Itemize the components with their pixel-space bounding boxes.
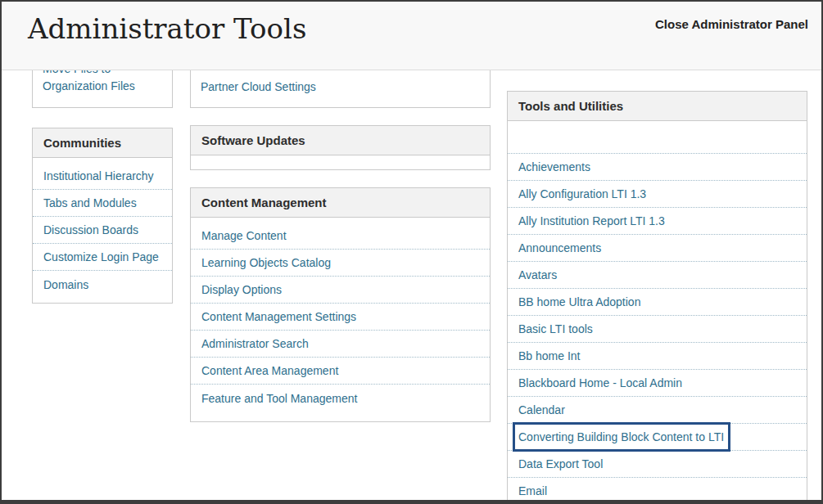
list-item: Ally Institution Report LTI 1.3 (508, 208, 807, 235)
tool-link[interactable]: Calendar (518, 403, 565, 416)
content-management-panel: Content Management Manage ContentLearnin… (190, 187, 491, 422)
tool-link[interactable]: Bb home Int (518, 349, 581, 362)
list-item: Email (508, 478, 807, 504)
content-management-list: Manage ContentLearning Objects CatalogDi… (191, 218, 490, 421)
tools-and-utilities-panel-title: Tools and Utilities (508, 92, 807, 121)
tool-link[interactable]: Converting Building Block Content to LTI (518, 430, 724, 443)
tool-link[interactable]: Announcements (518, 241, 601, 254)
communities-panel-title: Communities (33, 128, 172, 158)
tool-link[interactable]: Domains (43, 278, 88, 291)
tool-link[interactable]: Administrator Search (201, 337, 309, 350)
list-item: Avatars (508, 262, 807, 289)
tool-link[interactable]: Blackboard Home - Local Admin (518, 376, 682, 389)
tool-link[interactable]: Manage Content (201, 229, 287, 242)
close-administrator-panel-button[interactable]: Close Administrator Panel (655, 17, 808, 31)
column-middle: Partner Cloud Settings Software Updates … (190, 70, 491, 422)
list-item: BB home Ultra Adoption (508, 289, 807, 316)
tool-link[interactable]: Customize Login Page (43, 250, 159, 263)
tool-link[interactable]: Data Export Tool (518, 457, 603, 470)
tool-link[interactable]: Avatars (518, 268, 557, 281)
list-item: Achievements (508, 154, 807, 181)
list-item: Manage Content (191, 223, 490, 250)
panel-top-bar: Administrator Tools Close Administrator … (2, 2, 821, 70)
list-item: Institutional Hierarchy (33, 163, 172, 190)
list-item: Discussion Boards (33, 217, 172, 244)
software-updates-empty-body (191, 155, 490, 169)
tool-link[interactable]: Discussion Boards (43, 223, 138, 236)
list-item: Converting Building Block Content to LTI (508, 424, 807, 451)
list-item: Data Export Tool (508, 451, 807, 478)
list-item: Blackboard Home - Local Admin (508, 370, 807, 397)
list-item: Content Management Settings (191, 304, 490, 331)
communities-list: Institutional HierarchyTabs and ModulesD… (33, 158, 172, 303)
tool-link[interactable]: Ally Institution Report LTI 1.3 (518, 214, 665, 227)
list-item: Tabs and Modules (33, 190, 172, 217)
tool-link[interactable]: Learning Objects Catalog (201, 256, 331, 269)
tool-link[interactable]: Basic LTI tools (518, 322, 593, 335)
list-item-empty (508, 121, 807, 154)
list-item: Ally Configuration LTI 1.3 (508, 181, 807, 208)
list-item: Feature and Tool Management (191, 385, 490, 412)
communities-panel: Communities Institutional HierarchyTabs … (32, 128, 173, 304)
panel-content: Move Files to Organization Files Communi… (2, 70, 821, 504)
software-updates-panel: Software Updates (190, 125, 491, 170)
tool-link[interactable]: Display Options (201, 283, 282, 296)
list-item: Basic LTI tools (508, 316, 807, 343)
tool-link[interactable]: Email (518, 484, 547, 497)
list-item: Domains (33, 271, 172, 298)
tools-and-utilities-panel: Tools and Utilities AchievementsAlly Con… (507, 91, 807, 504)
tool-link[interactable]: BB home Ultra Adoption (518, 295, 640, 308)
tools-and-utilities-list: AchievementsAlly Configuration LTI 1.3Al… (508, 121, 807, 504)
content-management-panel-title: Content Management (191, 188, 490, 218)
list-item: Bb home Int (508, 343, 807, 370)
list-item: Content Area Management (191, 358, 490, 385)
tool-link[interactable]: Achievements (518, 160, 590, 173)
tool-link[interactable]: Feature and Tool Management (201, 392, 357, 405)
list-item: Display Options (191, 277, 490, 304)
administrator-tools-panel: Administrator Tools Close Administrator … (0, 0, 823, 504)
tool-link[interactable]: Content Management Settings (201, 310, 356, 323)
column-left: Move Files to Organization Files Communi… (32, 70, 173, 304)
tool-link[interactable]: Content Area Management (201, 364, 338, 377)
column-right: Tools and Utilities AchievementsAlly Con… (507, 91, 807, 504)
tool-link[interactable]: Institutional Hierarchy (43, 169, 154, 182)
list-item: Customize Login Page (33, 244, 172, 271)
list-item: Learning Objects Catalog (191, 250, 490, 277)
list-item: Administrator Search (191, 331, 490, 358)
software-updates-panel-title: Software Updates (191, 126, 490, 155)
tool-link[interactable]: Tabs and Modules (43, 196, 137, 209)
tool-link[interactable]: Ally Configuration LTI 1.3 (518, 187, 646, 200)
list-item: Announcements (508, 235, 807, 262)
list-item: Calendar (508, 397, 807, 424)
